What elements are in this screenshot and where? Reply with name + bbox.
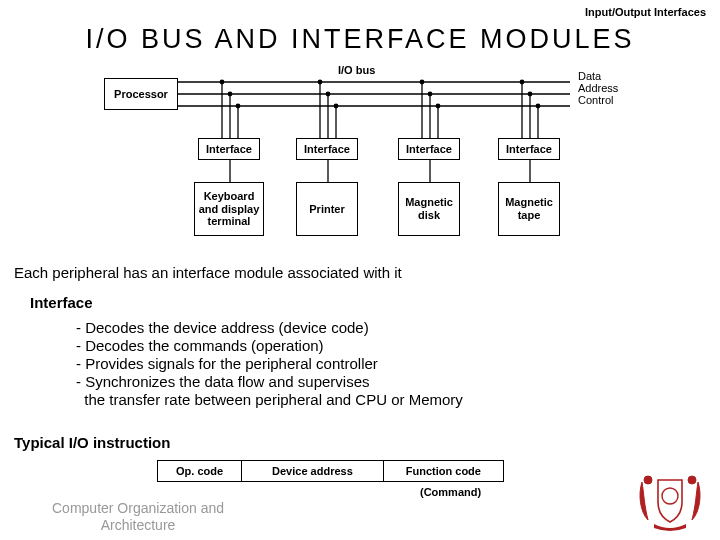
interface-points: - Decodes the device address (device cod… — [30, 319, 463, 408]
device-box-2: Magnetic disk — [398, 182, 460, 236]
iface-point: - Decodes the device address (device cod… — [76, 319, 463, 336]
footer-text: Computer Organization and Architecture — [38, 500, 238, 534]
iface-point: - Synchronizes the data flow and supervi… — [76, 373, 463, 390]
svg-point-22 — [428, 92, 433, 97]
instruction-heading: Typical I/O instruction — [14, 434, 170, 451]
interface-box-3: Interface — [498, 138, 560, 160]
instr-field-function: Function code — [383, 460, 504, 482]
device-box-0: Keyboard and display terminal — [194, 182, 264, 236]
svg-point-32 — [688, 476, 696, 484]
iface-point: - Decodes the commands (operation) — [76, 337, 463, 354]
interface-box-2: Interface — [398, 138, 460, 160]
iface-point: - Provides signals for the peripheral co… — [76, 355, 463, 372]
svg-point-19 — [326, 92, 331, 97]
iface-point: the transfer rate between peripheral and… — [76, 391, 463, 408]
svg-point-17 — [236, 104, 241, 109]
instruction-format: Op. code Device address Function code — [158, 460, 504, 482]
svg-point-18 — [318, 80, 323, 85]
svg-point-24 — [520, 80, 525, 85]
device-box-1: Printer — [296, 182, 358, 236]
processor-box: Processor — [104, 78, 178, 110]
interface-section: Interface - Decodes the device address (… — [30, 294, 463, 409]
interface-box-0: Interface — [198, 138, 260, 160]
interface-heading: Interface — [30, 294, 463, 311]
instr-note: (Command) — [420, 486, 481, 498]
svg-point-21 — [420, 80, 425, 85]
interface-box-1: Interface — [296, 138, 358, 160]
svg-point-16 — [228, 92, 233, 97]
svg-point-25 — [528, 92, 533, 97]
device-box-3: Magnetic tape — [498, 182, 560, 236]
intro-text: Each peripheral has an interface module … — [14, 264, 402, 281]
svg-point-31 — [644, 476, 652, 484]
instr-field-opcode: Op. code — [157, 460, 242, 482]
svg-point-23 — [436, 104, 441, 109]
chapter-heading: Input/Output Interfaces — [585, 6, 706, 18]
svg-point-26 — [536, 104, 541, 109]
crest-icon — [634, 472, 706, 532]
page-title: I/O BUS AND INTERFACE MODULES — [0, 24, 720, 55]
instr-field-address: Device address — [241, 460, 384, 482]
bus-diagram: I/O bus Data Address Control — [0, 64, 720, 260]
svg-point-20 — [334, 104, 339, 109]
svg-point-15 — [220, 80, 225, 85]
